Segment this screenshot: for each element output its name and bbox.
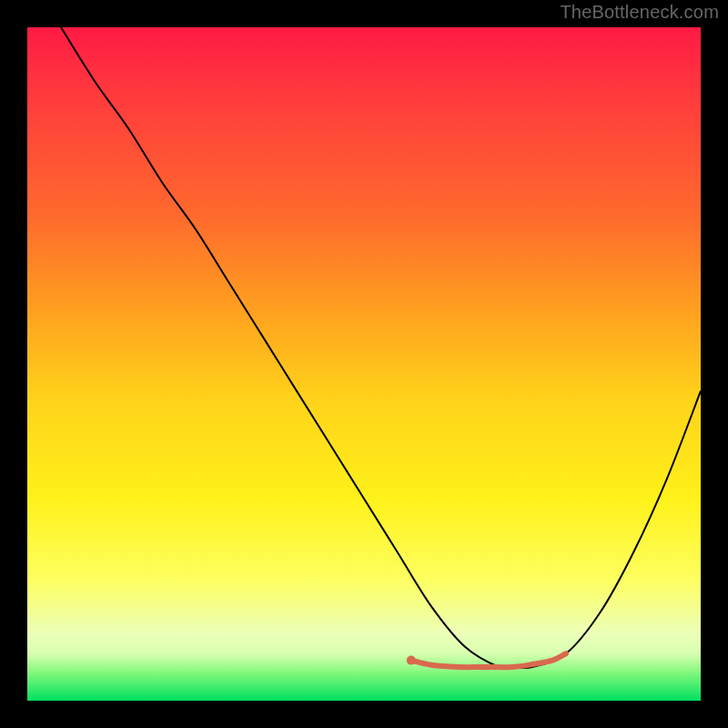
optimal-zone-path: [411, 653, 566, 667]
plot-area: [27, 27, 701, 701]
bottleneck-curve-path: [61, 27, 701, 669]
chart-frame: TheBottleneck.com: [0, 0, 728, 728]
curve-svg: [27, 27, 701, 701]
watermark-text: TheBottleneck.com: [560, 2, 719, 23]
